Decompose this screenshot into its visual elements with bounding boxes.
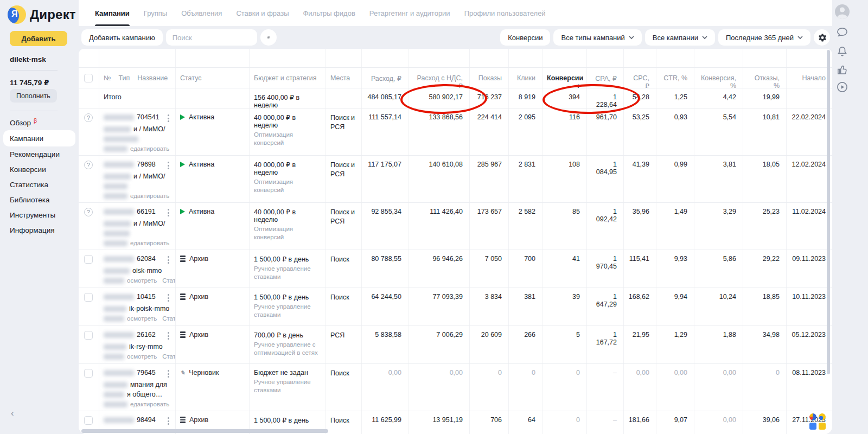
edit-link[interactable]: осмотреть bbox=[127, 315, 157, 322]
column-header: Тип bbox=[118, 74, 130, 82]
start-date: 08.11.2023 bbox=[787, 364, 832, 411]
metric-value: – bbox=[587, 411, 624, 434]
edit-link[interactable]: едактировать bbox=[130, 240, 169, 246]
play-circle-icon[interactable] bbox=[836, 81, 848, 93]
campaign-name-line bbox=[104, 182, 171, 190]
filter-button-Конверсии[interactable]: Конверсии bbox=[500, 29, 550, 46]
horizontal-scrollbar[interactable] bbox=[81, 429, 328, 433]
metric-value: 10,81 bbox=[743, 108, 787, 155]
metric-value: 7 006,29 bbox=[409, 326, 470, 363]
cell bbox=[542, 49, 587, 67]
extension-icon[interactable] bbox=[809, 423, 816, 430]
help-icon[interactable]: ? bbox=[84, 161, 93, 169]
campaign-id-line: 26162 bbox=[104, 331, 171, 341]
status-cell: ✎Черновик bbox=[176, 364, 250, 411]
edit-link[interactable]: осмотреть bbox=[127, 353, 157, 360]
places-value: Поиск и РСЯ bbox=[330, 161, 357, 179]
metric-value: 9,07 bbox=[656, 411, 694, 434]
tab-Профили пользователей[interactable]: Профили пользователей bbox=[464, 0, 546, 26]
metric-value: 10,24 bbox=[694, 288, 743, 326]
help-icon[interactable]: ? bbox=[84, 113, 93, 122]
add-campaign-button[interactable]: Добавить кампанию bbox=[81, 29, 163, 46]
stats-link[interactable]: Стат bbox=[162, 315, 176, 322]
add-button[interactable]: Добавить bbox=[10, 31, 67, 46]
status: ✎Черновик bbox=[180, 369, 245, 376]
chevron-down-icon bbox=[629, 36, 634, 39]
metric-value: 1 970,45 bbox=[587, 250, 624, 288]
row-menu-dots-icon[interactable] bbox=[166, 208, 171, 218]
edit-link[interactable]: едактировать bbox=[130, 401, 169, 407]
row-select-cell bbox=[79, 250, 99, 288]
metric-value: 85 bbox=[542, 203, 587, 250]
row-menu-dots-icon[interactable] bbox=[166, 369, 171, 379]
browser-extension-icons[interactable] bbox=[809, 413, 827, 430]
sidebar-item-Рекомендации[interactable]: Рекомендации bbox=[0, 146, 79, 162]
stats-link[interactable]: Стат bbox=[162, 353, 176, 360]
edit-link[interactable]: едактировать bbox=[130, 193, 169, 199]
row-checkbox[interactable] bbox=[84, 255, 93, 264]
strategy-label: Оптимизация конверсий bbox=[254, 178, 320, 194]
gear-icon[interactable] bbox=[814, 29, 830, 46]
campaign-name-line: я общего… bbox=[104, 391, 171, 398]
row-menu-dots-icon[interactable] bbox=[166, 293, 171, 303]
tab-Ставки и фразы[interactable]: Ставки и фразы bbox=[236, 0, 289, 26]
avatar[interactable] bbox=[835, 4, 850, 19]
row-menu-dots-icon[interactable] bbox=[166, 113, 171, 123]
search-input[interactable] bbox=[166, 29, 257, 46]
chat-icon[interactable] bbox=[836, 26, 848, 39]
collapse-sidebar-icon[interactable]: ‹ bbox=[11, 408, 14, 419]
places-value: РСЯ bbox=[330, 331, 357, 340]
cell bbox=[787, 49, 832, 67]
row-menu-dots-icon[interactable] bbox=[166, 416, 171, 426]
row-menu-dots-icon[interactable] bbox=[166, 331, 171, 341]
filter-sliders-icon[interactable] bbox=[260, 29, 277, 46]
select-all-checkbox[interactable] bbox=[84, 74, 93, 82]
places-value: Поиск и РСЯ bbox=[330, 208, 357, 226]
help-icon[interactable]: ? bbox=[84, 208, 93, 216]
filter-button-Все типы кампаний[interactable]: Все типы кампаний bbox=[553, 29, 641, 46]
header-conversions-sorted[interactable]: Конверсии ↓ bbox=[542, 68, 587, 88]
campaign-name-line: и / МиМО/ bbox=[104, 125, 171, 133]
tab-Фильтры фидов[interactable]: Фильтры фидов bbox=[303, 0, 355, 26]
stats-link[interactable]: Стат bbox=[162, 277, 176, 284]
extension-icon[interactable] bbox=[809, 413, 816, 420]
filter-button-Все кампании[interactable]: Все кампании bbox=[645, 29, 715, 46]
row-checkbox[interactable] bbox=[84, 293, 93, 302]
campaign-row: 62084oisk-mmoосмотретьСтатАрхив1 500,00 … bbox=[79, 250, 832, 288]
metric-value: 53,25 bbox=[624, 108, 656, 155]
sidebar-item-Кампании[interactable]: Кампании bbox=[3, 130, 75, 146]
start-date: 10.11.2023 bbox=[787, 288, 832, 326]
row-menu-dots-icon[interactable] bbox=[166, 255, 171, 265]
thumbs-up-icon[interactable] bbox=[836, 63, 848, 76]
campaign-row: ?704541и / МиМО/едактироватьАктивна40 00… bbox=[79, 108, 832, 155]
topup-button[interactable]: Пополнить bbox=[10, 89, 57, 103]
budget-value: 1 500,00 ₽ в день bbox=[254, 416, 321, 424]
budget-cell: 40 000,00 ₽ в неделюОптимизация конверси… bbox=[250, 156, 326, 202]
filter-button-Последние 365 дней[interactable]: Последние 365 дней bbox=[718, 29, 810, 46]
sidebar-item-Инструменты[interactable]: Инструменты bbox=[0, 207, 79, 222]
metric-value: 0 bbox=[542, 411, 587, 434]
places-cell: Поиск bbox=[326, 364, 362, 411]
sidebar-item-Библиотека[interactable]: Библиотека bbox=[0, 192, 79, 207]
tab-Ретаргетинг и аудитории[interactable]: Ретаргетинг и аудитории bbox=[369, 0, 450, 26]
bell-icon[interactable] bbox=[836, 45, 848, 58]
sidebar-item-Обзор[interactable]: Обзорβ bbox=[0, 115, 79, 130]
blurred-text bbox=[104, 146, 127, 152]
extension-icon[interactable] bbox=[819, 423, 826, 430]
sidebar-item-Статистика[interactable]: Статистика bbox=[0, 177, 79, 192]
row-checkbox[interactable] bbox=[84, 331, 93, 340]
vertical-scrollbar[interactable] bbox=[827, 50, 830, 374]
edit-link[interactable]: осмотреть bbox=[127, 277, 157, 284]
cell bbox=[509, 49, 542, 67]
sidebar-item-Информация[interactable]: Информация bbox=[0, 222, 79, 238]
sidebar-item-Конверсии[interactable]: Конверсии bbox=[0, 162, 79, 177]
edit-link[interactable]: едактировать bbox=[130, 145, 169, 152]
row-checkbox[interactable] bbox=[84, 416, 93, 425]
extension-icon[interactable] bbox=[819, 413, 826, 420]
row-menu-dots-icon[interactable] bbox=[166, 161, 171, 170]
tab-Группы[interactable]: Группы bbox=[144, 0, 167, 26]
tab-Кампании[interactable]: Кампании bbox=[95, 0, 130, 26]
row-checkbox[interactable] bbox=[84, 369, 93, 378]
tab-Объявления[interactable]: Объявления bbox=[181, 0, 222, 26]
campaign-id-tail: 704541 bbox=[137, 113, 159, 121]
